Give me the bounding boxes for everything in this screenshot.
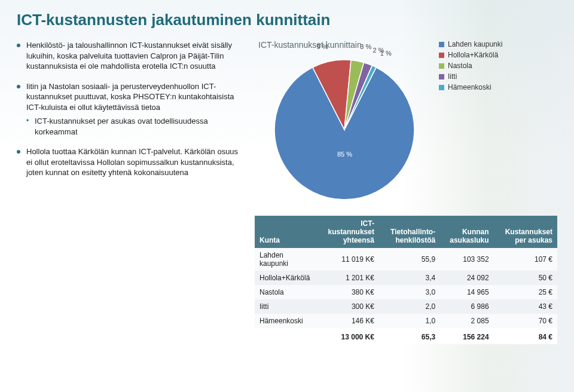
legend-swatch	[439, 85, 444, 90]
table-cell: Iitti	[255, 299, 316, 314]
sub-bullet-item: ICT-kustannukset per asukas ovat todelli…	[26, 116, 244, 137]
pie-svg	[267, 52, 422, 207]
table-cell: 25 €	[494, 285, 557, 299]
legend-item: Lahden kaupunki	[439, 40, 502, 48]
table-cell: 3,4	[379, 271, 440, 285]
table-header-row: Kunta ICT-kustannukset yhteensä Tietohal…	[255, 216, 557, 248]
table-cell: 14 965	[440, 285, 493, 299]
table-cell: Hämeenkoski	[255, 314, 316, 328]
col-per-asukas: Kustannukset per asukas	[494, 216, 557, 248]
table-cell: 380 K€	[316, 285, 379, 299]
table-row: Nastola380 K€3,014 96525 €	[255, 285, 557, 299]
total-cell	[255, 328, 316, 344]
total-cell: 13 000 K€	[316, 328, 379, 344]
legend-item: Hollola+Kärkölä	[439, 51, 502, 59]
bullet-column: Henkilöstö- ja taloushallinnon ICT-kusta…	[17, 40, 244, 344]
legend-label: Hollola+Kärkölä	[448, 51, 498, 59]
table-cell: 1,0	[379, 314, 440, 328]
pie-chart: ICT-kustannukset kunnittain 85 %9 %3 %2 …	[255, 40, 434, 207]
table-cell: 103 352	[440, 248, 493, 271]
table-cell: 24 092	[440, 271, 493, 285]
legend-item: Nastola	[439, 62, 502, 70]
bullet-item: Hollola tuottaa Kärkölän kunnan ICT-palv…	[17, 146, 244, 178]
table-cell: 1 201 K€	[316, 271, 379, 285]
col-henkilosto: Tietohallinto-henkilöstöä	[379, 216, 440, 248]
table-cell: 50 €	[494, 271, 557, 285]
col-asukasluku: Kunnan asukasluku	[440, 216, 493, 248]
bullet-item: Iitin ja Nastolan sosiaali- ja perusterv…	[17, 81, 244, 137]
data-table: Kunta ICT-kustannukset yhteensä Tietohal…	[255, 216, 557, 344]
legend-item: Hämeenkoski	[439, 83, 502, 91]
chart-title: ICT-kustannukset kunnittain	[255, 40, 434, 50]
page-title: ICT-kustannusten jakautuminen kunnittain	[17, 11, 557, 29]
pie-label: 1 %	[380, 50, 392, 57]
table-cell: 2,0	[379, 299, 440, 314]
legend-swatch	[439, 53, 444, 58]
table-row: Iitti300 K€2,06 98643 €	[255, 299, 557, 314]
table-cell: Hollola+Kärkölä	[255, 271, 316, 285]
table-cell: Lahden kaupunki	[255, 248, 316, 271]
total-cell: 65,3	[379, 328, 440, 344]
table-cell: Nastola	[255, 285, 316, 299]
table-row: Hämeenkoski146 K€1,02 08570 €	[255, 314, 557, 328]
legend-label: Nastola	[448, 62, 472, 70]
col-kunta: Kunta	[255, 216, 316, 248]
bullet-text: Iitin ja Nastolan sosiaali- ja perusterv…	[26, 82, 234, 112]
legend-label: Iitti	[448, 72, 457, 81]
table-cell: 300 K€	[316, 299, 379, 314]
table-row: Hollola+Kärkölä1 201 K€3,424 09250 €	[255, 271, 557, 285]
table-cell: 2 085	[440, 314, 493, 328]
legend-label: Lahden kaupunki	[448, 40, 502, 48]
table-cell: 107 €	[494, 248, 557, 271]
legend-label: Hämeenkoski	[448, 83, 491, 91]
table-cell: 146 K€	[316, 314, 379, 328]
legend-swatch	[439, 74, 444, 79]
total-cell: 156 224	[440, 328, 493, 344]
table-cell: 3,0	[379, 285, 440, 299]
table-cell: 43 €	[494, 299, 557, 314]
legend-item: Iitti	[439, 72, 502, 81]
pie-label: 9 %	[317, 43, 328, 50]
table-cell: 6 986	[440, 299, 493, 314]
total-cell: 84 €	[494, 328, 557, 344]
pie-label: 85 %	[337, 151, 352, 158]
table-cell: 11 019 K€	[316, 248, 379, 271]
bullet-item: Henkilöstö- ja taloushallinnon ICT-kusta…	[17, 40, 244, 72]
table-cell: 55,9	[379, 248, 440, 271]
table-cell: 70 €	[494, 314, 557, 328]
pie-label: 3 %	[360, 43, 371, 50]
legend-swatch	[439, 42, 444, 47]
col-ict-yhteensa: ICT-kustannukset yhteensä	[316, 216, 379, 248]
legend-swatch	[439, 63, 444, 69]
table-row: Lahden kaupunki11 019 K€55,9103 352107 €	[255, 248, 557, 271]
table-total-row: 13 000 K€ 65,3 156 224 84 €	[255, 328, 557, 344]
chart-legend: Lahden kaupunkiHollola+KärköläNastolaIit…	[439, 40, 502, 94]
